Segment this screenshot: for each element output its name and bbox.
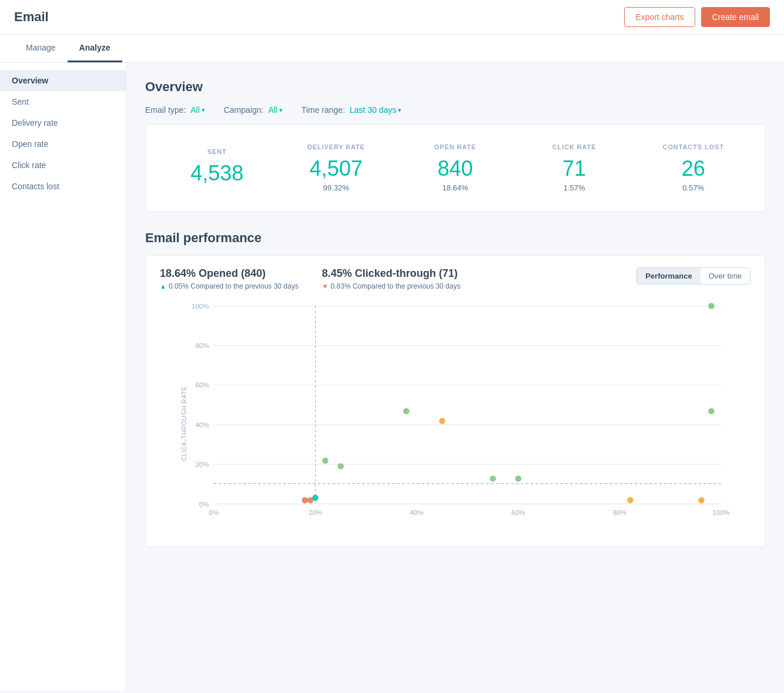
svg-text:0%: 0% bbox=[199, 501, 209, 508]
sidebar-item-delivery-rate[interactable]: Delivery rate bbox=[0, 112, 126, 133]
perf-header: 18.64% Opened (840) ▲ 0.05% Compared to … bbox=[160, 267, 751, 290]
arrow-down-icon: ▼ bbox=[322, 283, 329, 290]
toggle-performance-button[interactable]: Performance bbox=[637, 268, 700, 284]
scatter-chart: 100% 80% 60% 40% 20% 0% 0% 20% 40% 60% 8… bbox=[160, 300, 751, 535]
perf-clicked-comparison: 0.83% Compared to the previous 30 days bbox=[331, 282, 461, 290]
perf-opened-block: 18.64% Opened (840) ▲ 0.05% Compared to … bbox=[160, 267, 299, 290]
svg-point-29 bbox=[490, 476, 496, 482]
stat-click-rate: CLICK RATE 71 1.57% bbox=[539, 143, 609, 192]
arrow-up-icon: ▲ bbox=[160, 283, 166, 290]
svg-point-26 bbox=[338, 463, 344, 470]
perf-opened-comparison: 0.05% Compared to the previous 30 days bbox=[169, 282, 299, 290]
filter-separator-1 bbox=[213, 105, 216, 115]
main-layout: Overview Sent Delivery rate Open rate Cl… bbox=[0, 63, 784, 691]
overview-title: Overview bbox=[145, 79, 765, 95]
stat-contacts-value: 26 bbox=[658, 156, 729, 181]
sidebar-item-overview[interactable]: Overview bbox=[0, 70, 126, 91]
email-type-label: Email type: bbox=[145, 105, 186, 115]
stat-click-label: CLICK RATE bbox=[539, 143, 609, 150]
stat-sent-value: 4,538 bbox=[182, 161, 252, 186]
content-area: Overview Email type: All Campaign: All T… bbox=[126, 63, 784, 691]
top-header: Email Export charts Create email bbox=[0, 0, 784, 35]
time-range-filter[interactable]: Last 30 days bbox=[350, 105, 401, 115]
tabs-bar: Manage Analyze bbox=[0, 35, 784, 63]
svg-point-31 bbox=[708, 408, 715, 414]
svg-text:0%: 0% bbox=[209, 509, 219, 516]
performance-title: Email performance bbox=[145, 230, 765, 246]
sidebar: Overview Sent Delivery rate Open rate Cl… bbox=[0, 63, 126, 691]
svg-point-32 bbox=[515, 476, 522, 482]
performance-card: 18.64% Opened (840) ▲ 0.05% Compared to … bbox=[145, 255, 765, 547]
campaign-filter[interactable]: All bbox=[268, 105, 283, 115]
svg-text:60%: 60% bbox=[195, 381, 209, 389]
perf-opened-sub: ▲ 0.05% Compared to the previous 30 days bbox=[160, 282, 299, 290]
header-actions: Export charts Create email bbox=[624, 7, 770, 27]
sidebar-item-sent[interactable]: Sent bbox=[0, 91, 126, 112]
svg-text:40%: 40% bbox=[195, 421, 209, 428]
svg-text:100%: 100% bbox=[712, 509, 730, 516]
time-range-label: Time range: bbox=[301, 105, 345, 115]
export-charts-button[interactable]: Export charts bbox=[624, 7, 695, 27]
sidebar-item-contacts-lost[interactable]: Contacts lost bbox=[0, 176, 126, 197]
sidebar-item-click-rate[interactable]: Click rate bbox=[0, 155, 126, 176]
email-type-filter[interactable]: All bbox=[190, 105, 205, 115]
stat-delivery-label: DELIVERY RATE bbox=[301, 143, 371, 150]
svg-text:40%: 40% bbox=[410, 509, 424, 516]
svg-point-34 bbox=[698, 497, 705, 504]
stat-open-rate: OPEN RATE 840 18.64% bbox=[420, 143, 490, 192]
toggle-overtime-button[interactable]: Over time bbox=[701, 268, 750, 284]
page-title: Email bbox=[14, 9, 49, 25]
stat-contacts-lost: CONTACTS LOST 26 0.57% bbox=[658, 143, 729, 192]
svg-point-22 bbox=[301, 497, 308, 504]
perf-clicked-main: 8.45% Clicked-through (71) bbox=[322, 267, 461, 280]
svg-point-33 bbox=[627, 497, 634, 504]
stat-delivery-value: 4,507 bbox=[301, 156, 371, 181]
campaign-label: Campaign: bbox=[224, 105, 264, 115]
stats-card: SENT 4,538 DELIVERY RATE 4,507 99.32% OP… bbox=[145, 124, 765, 212]
perf-clicked-sub: ▼ 0.83% Compared to the previous 30 days bbox=[322, 282, 461, 290]
sidebar-item-open-rate[interactable]: Open rate bbox=[0, 133, 126, 155]
svg-text:80%: 80% bbox=[613, 509, 626, 516]
perf-stats: 18.64% Opened (840) ▲ 0.05% Compared to … bbox=[160, 267, 460, 290]
stat-click-pct: 1.57% bbox=[539, 183, 609, 192]
perf-clicked-block: 8.45% Clicked-through (71) ▼ 0.83% Compa… bbox=[322, 267, 461, 290]
stat-open-pct: 18.64% bbox=[420, 183, 490, 192]
svg-text:CLICK-THROUGH RATE: CLICK-THROUGH RATE bbox=[180, 386, 187, 461]
stat-contacts-label: CONTACTS LOST bbox=[658, 143, 729, 150]
svg-text:80%: 80% bbox=[195, 342, 209, 349]
perf-toggle: Performance Over time bbox=[636, 267, 751, 284]
filter-separator-2 bbox=[291, 105, 293, 115]
stat-delivery-pct: 99.32% bbox=[301, 183, 371, 192]
svg-text:20%: 20% bbox=[309, 509, 322, 516]
stat-delivery-rate: DELIVERY RATE 4,507 99.32% bbox=[301, 143, 371, 192]
svg-text:20%: 20% bbox=[195, 461, 209, 468]
stat-open-label: OPEN RATE bbox=[420, 143, 490, 150]
filter-bar: Email type: All Campaign: All Time range… bbox=[145, 105, 765, 115]
svg-point-24 bbox=[312, 495, 319, 501]
svg-point-27 bbox=[403, 408, 410, 414]
stat-sent: SENT 4,538 bbox=[182, 148, 252, 188]
stat-sent-label: SENT bbox=[182, 148, 252, 155]
svg-point-25 bbox=[322, 457, 329, 464]
tab-analyze[interactable]: Analyze bbox=[68, 35, 122, 62]
tab-manage[interactable]: Manage bbox=[14, 35, 68, 62]
svg-point-28 bbox=[439, 418, 445, 424]
create-email-button[interactable]: Create email bbox=[701, 7, 770, 27]
stat-click-value: 71 bbox=[539, 156, 609, 181]
perf-opened-main: 18.64% Opened (840) bbox=[160, 267, 299, 280]
svg-rect-0 bbox=[214, 306, 721, 504]
chart-container: 100% 80% 60% 40% 20% 0% 0% 20% 40% 60% 8… bbox=[160, 300, 751, 535]
svg-point-30 bbox=[708, 303, 715, 309]
svg-text:60%: 60% bbox=[511, 509, 525, 516]
stat-contacts-pct: 0.57% bbox=[658, 183, 729, 192]
svg-text:100%: 100% bbox=[192, 303, 209, 310]
stat-open-value: 840 bbox=[420, 156, 490, 181]
